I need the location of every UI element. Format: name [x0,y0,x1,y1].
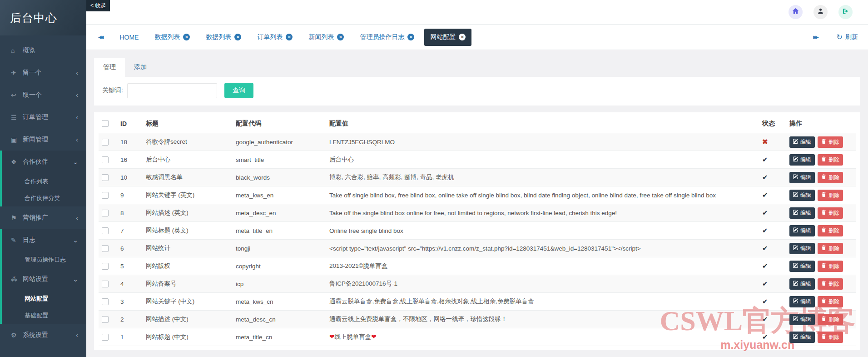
edit-icon [793,174,798,181]
sidebar-item-leave-one[interactable]: ✈留一个‹ [2,61,86,84]
sidebar-subitem[interactable]: 基础配置 [2,307,86,324]
sidebar-item-marketing[interactable]: ⚑营销推广‹ [2,206,86,229]
edit-button[interactable]: 编辑 [789,261,815,272]
refresh-button[interactable]: ↻ 刷新 [837,33,858,41]
row-status: ✔ [762,191,789,199]
row-checkbox[interactable] [102,316,109,323]
sidebar-item-logs[interactable]: ✎日志⌄ [2,229,86,251]
table-row: 7网站标题 (英文)meta_title_enOnline free singl… [99,222,856,240]
edit-button[interactable]: 编辑 [789,136,815,148]
tabs-scroll-left-icon[interactable]: ◀◀ [96,32,104,42]
row-checkbox[interactable] [102,139,109,146]
sidebar-item-partners[interactable]: ❖合作伙伴⌄ [2,151,86,173]
delete-button[interactable]: 删除 [818,207,843,219]
sidebar-subitem[interactable]: 合作伙伴分类 [2,190,86,206]
delete-button[interactable]: 删除 [818,278,843,290]
sidebar-item-system-settings[interactable]: ⚙系统设置‹ [2,324,86,346]
edit-button[interactable]: 编辑 [789,225,815,236]
tab-数据列表[interactable]: 数据列表✕ [149,29,196,46]
tab-数据列表[interactable]: 数据列表✕ [200,29,247,46]
delete-button[interactable]: 删除 [818,261,843,272]
tab-close-icon[interactable]: ✕ [459,34,466,40]
row-title: 网站备案号 [146,280,236,288]
sidebar-item-label: 系统设置 [23,331,76,339]
delete-button[interactable]: 删除 [818,172,843,183]
delete-button[interactable]: 删除 [818,332,843,343]
cross-icon: ✖ [762,138,768,146]
delete-button[interactable]: 删除 [818,154,843,166]
sidebar-item-take-one[interactable]: ↩取一个‹ [2,84,86,106]
row-id: 18 [120,139,146,146]
edit-button[interactable]: 编辑 [789,207,815,219]
user-button[interactable] [813,5,828,19]
row-code: meta_title_en [236,227,329,234]
sidebar-item-news[interactable]: ▣新闻管理‹ [2,128,86,151]
edit-button[interactable]: 编辑 [789,154,815,166]
query-button[interactable]: 查询 [224,83,253,98]
row-checkbox[interactable] [102,192,109,199]
edit-button[interactable]: 编辑 [789,190,815,201]
row-checkbox[interactable] [102,210,109,216]
row-actions: 编辑删除 [789,225,856,236]
logout-button[interactable] [838,5,853,19]
row-checkbox[interactable] [102,263,109,270]
delete-button[interactable]: 删除 [818,225,843,236]
edit-icon [793,263,798,269]
header-actions: 操作 [789,120,856,128]
row-code: icp [236,281,329,287]
table-row: 10敏感词黑名单black_words博彩, 六合彩, 赔率, 高频彩, 赌博,… [99,169,856,186]
tab-订单列表[interactable]: 订单列表✕ [251,29,298,46]
sidebar-item-overview[interactable]: ⌂概览 [2,39,86,61]
delete-button[interactable]: 删除 [818,314,843,325]
edit-button[interactable]: 编辑 [789,243,815,254]
tab-close-icon[interactable]: ✕ [286,34,293,40]
sidebar-subitem[interactable]: 网站配置 [2,290,86,307]
newspaper-icon: ▣ [11,136,23,143]
delete-button[interactable]: 删除 [818,190,843,201]
row-checkbox[interactable] [102,156,109,163]
tab-close-icon[interactable]: ✕ [337,34,344,40]
tab-新闻列表[interactable]: 新闻列表✕ [303,29,350,46]
sidebar-subitem[interactable]: 合作列表 [2,173,86,190]
row-code: meta_kws_cn [236,298,329,305]
panel-tab-管理[interactable]: 管理 [94,58,125,77]
sidebar-item-label: 新闻管理 [23,136,76,144]
row-check-cell [99,298,120,305]
tab-close-icon[interactable]: ✕ [407,34,414,40]
panel-tab-添加[interactable]: 添加 [125,58,156,77]
keyword-input[interactable] [127,83,217,98]
tabs-scroll-right-icon[interactable]: ▶▶ [811,32,819,42]
tab-close-icon[interactable]: ✕ [234,34,241,40]
row-checkbox[interactable] [102,227,109,234]
row-status: ✔ [762,244,789,252]
sidebar-group-site-settings: ⁂网站设置⌄网站配置基础配置 [0,268,86,324]
tab-管理员操作日志[interactable]: 管理员操作日志✕ [354,29,420,46]
edit-button[interactable]: 编辑 [789,278,815,290]
edit-button[interactable]: 编辑 [789,296,815,307]
sidebar-item-orders[interactable]: ☰订单管理‹ [2,106,86,128]
row-checkbox[interactable] [102,245,109,252]
tab-close-icon[interactable]: ✕ [183,34,190,40]
sidebar-subitem[interactable]: 管理员操作日志 [2,251,86,268]
sidebar-item-site-settings[interactable]: ⁂网站设置⌄ [2,268,86,290]
content-area: 管理添加 关键词: 查询 ID 标题 配置代码 配置值 状态 操作 18谷歌令牌… [86,50,868,357]
edit-button[interactable]: 编辑 [789,332,815,343]
home-button[interactable] [789,5,803,19]
row-checkbox[interactable] [102,174,109,181]
bullhorn-icon: ⚑ [11,214,23,221]
sidebar-collapse-button[interactable]: < 收起 [86,0,110,11]
sidebar-item-label: 订单管理 [23,113,76,121]
edit-button[interactable]: 编辑 [789,314,815,325]
tab-HOME[interactable]: HOME [114,29,144,45]
delete-button[interactable]: 删除 [818,243,843,254]
sidebar-group-news: ▣新闻管理‹ [0,128,86,151]
edit-button[interactable]: 编辑 [789,172,815,183]
delete-button[interactable]: 删除 [818,136,843,148]
row-checkbox[interactable] [102,334,109,341]
config-table: ID 标题 配置代码 配置值 状态 操作 18谷歌令牌secretgoogle_… [94,112,860,350]
row-checkbox[interactable] [102,281,109,287]
select-all-checkbox[interactable] [102,120,109,127]
tab-网站配置[interactable]: 网站配置✕ [424,29,471,46]
delete-button[interactable]: 删除 [818,296,843,307]
row-checkbox[interactable] [102,298,109,305]
